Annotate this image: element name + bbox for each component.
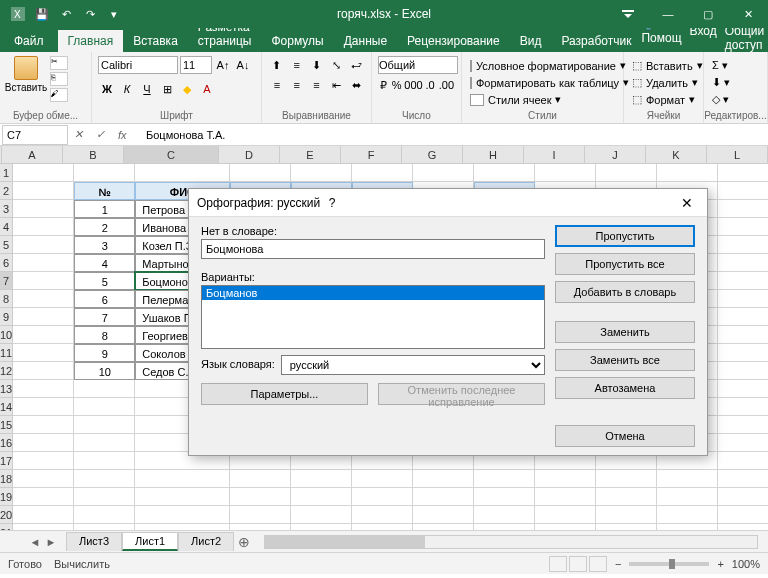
fill-icon[interactable]: ⬇ ▾ [710, 75, 761, 90]
cell[interactable] [13, 326, 74, 344]
sheet-nav-next-icon[interactable]: ► [44, 535, 58, 549]
cell[interactable]: 7 [74, 308, 135, 326]
cell[interactable] [291, 164, 352, 182]
align-left-icon[interactable]: ≡ [268, 76, 286, 94]
cell[interactable] [13, 380, 74, 398]
format-cells-button[interactable]: ⬚ Формат▾ [630, 92, 697, 107]
redo-icon[interactable]: ↷ [80, 4, 100, 24]
cell[interactable] [13, 236, 74, 254]
cell[interactable] [413, 488, 474, 506]
cell[interactable] [13, 434, 74, 452]
cell[interactable] [13, 164, 74, 182]
cell[interactable] [718, 488, 768, 506]
not-in-dict-input[interactable] [201, 239, 545, 259]
qat-customize-icon[interactable]: ▾ [104, 4, 124, 24]
cell[interactable]: 8 [74, 326, 135, 344]
variants-list[interactable]: Боцманов [201, 285, 545, 349]
name-box[interactable] [2, 125, 68, 145]
cell[interactable] [718, 380, 768, 398]
cell[interactable] [13, 506, 74, 524]
cell[interactable] [135, 488, 230, 506]
cell[interactable] [13, 272, 74, 290]
cell[interactable]: 3 [74, 236, 135, 254]
cell[interactable] [596, 488, 657, 506]
excel-icon[interactable]: X [8, 4, 28, 24]
row-header-15[interactable]: 15 [0, 416, 13, 434]
cell[interactable] [74, 416, 135, 434]
cell[interactable] [291, 524, 352, 530]
sheet-tab-Лист3[interactable]: Лист3 [66, 532, 122, 551]
cell[interactable] [718, 218, 768, 236]
cell[interactable] [352, 470, 413, 488]
cell[interactable] [596, 164, 657, 182]
increase-decimal-icon[interactable]: .0 [425, 76, 436, 94]
align-middle-icon[interactable]: ≡ [288, 56, 306, 74]
cell[interactable] [657, 470, 718, 488]
cell[interactable] [135, 470, 230, 488]
cell[interactable] [74, 488, 135, 506]
col-header-J[interactable]: J [585, 146, 646, 163]
cell[interactable] [13, 218, 74, 236]
cell[interactable] [74, 380, 135, 398]
cell[interactable] [718, 290, 768, 308]
col-header-L[interactable]: L [707, 146, 768, 163]
cell[interactable] [74, 506, 135, 524]
row-header-7[interactable]: 7 [0, 272, 13, 290]
cell[interactable] [291, 488, 352, 506]
zoom-level[interactable]: 100% [732, 558, 760, 570]
row-header-2[interactable]: 2 [0, 182, 13, 200]
tab-home[interactable]: Главная [58, 30, 124, 52]
cell[interactable] [352, 524, 413, 530]
row-header-9[interactable]: 9 [0, 308, 13, 326]
cell[interactable]: 9 [74, 344, 135, 362]
enter-formula-icon[interactable]: ✓ [96, 128, 114, 141]
cell[interactable] [135, 524, 230, 530]
cell[interactable] [718, 470, 768, 488]
cell[interactable] [74, 470, 135, 488]
font-name-select[interactable] [98, 56, 178, 74]
cell[interactable] [657, 506, 718, 524]
cell[interactable] [718, 452, 768, 470]
cell[interactable] [718, 398, 768, 416]
cell[interactable] [13, 524, 74, 530]
align-center-icon[interactable]: ≡ [288, 76, 306, 94]
cell-styles-button[interactable]: Стили ячеек▾ [468, 92, 617, 107]
cell[interactable] [596, 524, 657, 530]
cell[interactable] [718, 236, 768, 254]
format-as-table-button[interactable]: Форматировать как таблицу▾ [468, 75, 617, 90]
formula-input[interactable] [140, 129, 768, 141]
comma-icon[interactable]: 000 [405, 76, 423, 94]
cell[interactable] [135, 164, 230, 182]
cell[interactable] [657, 488, 718, 506]
orientation-icon[interactable]: ⤡ [327, 56, 345, 74]
autocorrect-button[interactable]: Автозамена [555, 377, 695, 399]
tab-view[interactable]: Вид [510, 30, 552, 52]
cell[interactable] [13, 470, 74, 488]
cell[interactable] [718, 182, 768, 200]
zoom-out-icon[interactable]: − [615, 558, 621, 570]
sheet-tab-Лист1[interactable]: Лист1 [122, 532, 178, 551]
cell[interactable] [718, 524, 768, 530]
cell[interactable] [474, 164, 535, 182]
cell[interactable] [474, 488, 535, 506]
col-header-C[interactable]: C [124, 146, 219, 163]
ribbon-options-icon[interactable] [608, 0, 648, 28]
cell[interactable]: 2 [74, 218, 135, 236]
cell[interactable] [535, 506, 596, 524]
cell[interactable] [718, 164, 768, 182]
sheet-nav-prev-icon[interactable]: ◄ [28, 535, 42, 549]
cell[interactable] [74, 398, 135, 416]
percent-icon[interactable]: % [391, 76, 403, 94]
col-header-B[interactable]: B [63, 146, 124, 163]
italic-button[interactable]: К [118, 80, 136, 98]
fx-icon[interactable]: fx [118, 129, 136, 141]
autosum-icon[interactable]: Σ ▾ [710, 58, 761, 73]
delete-cells-button[interactable]: ⬚ Удалить▾ [630, 75, 697, 90]
tab-insert[interactable]: Вставка [123, 30, 188, 52]
cell[interactable] [13, 452, 74, 470]
cell[interactable] [413, 506, 474, 524]
cell[interactable] [13, 182, 74, 200]
number-format-select[interactable] [378, 56, 458, 74]
cell[interactable] [474, 470, 535, 488]
row-header-21[interactable]: 21 [0, 524, 13, 530]
